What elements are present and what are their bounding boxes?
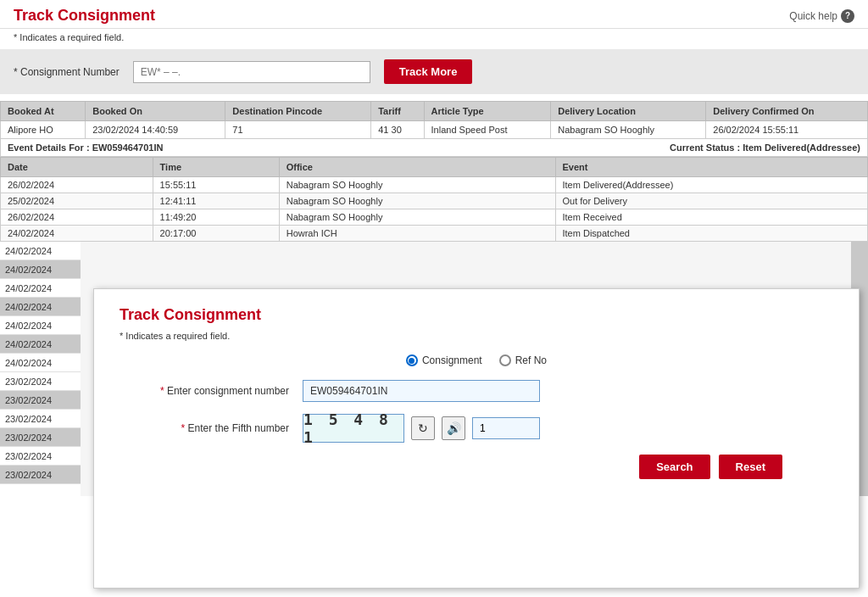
event-table-row: 26/02/202415:55:11Nabagram SO HooghlyIte…	[1, 177, 868, 193]
consignment-number-label: * Consignment Number	[14, 66, 120, 78]
table-cell: 71	[225, 121, 371, 139]
col-delivery-confirmed: Delivery Confirmed On	[706, 102, 868, 121]
date-item: 24/02/2024	[0, 354, 81, 372]
table-row: Alipore HO23/02/2024 14:40:597141 30Inla…	[1, 121, 868, 139]
date-item: 23/02/2024	[0, 428, 81, 447]
modal-required-note: * Indicates a required field.	[120, 331, 833, 341]
event-table-cell: 11:49:20	[153, 209, 279, 226]
event-col-event: Event	[555, 158, 868, 177]
search-bar: * Consignment Number Track More	[0, 49, 868, 94]
date-item: 23/02/2024	[0, 410, 81, 428]
date-item: 24/02/2024	[0, 298, 81, 316]
event-table-cell: 24/02/2024	[1, 226, 153, 242]
consignment-form-row: * Enter consignment number	[120, 380, 833, 402]
event-table-cell: 25/02/2024	[1, 193, 153, 209]
event-table-cell: Nabagram SO Hooghly	[279, 209, 555, 226]
event-table-cell: 12:41:11	[153, 193, 279, 209]
results-table: Booked At Booked On Destination Pincode …	[0, 101, 868, 139]
captcha-row: 1 5 4 8 1 ↻ 🔊	[303, 414, 540, 443]
col-article-type: Article Type	[424, 102, 551, 121]
date-item: 23/02/2024	[0, 391, 81, 410]
track-more-button[interactable]: Track More	[384, 59, 473, 84]
consignment-input[interactable]	[303, 380, 540, 402]
radio-consignment[interactable]: Consignment	[406, 354, 482, 366]
current-status-label: Current Status : Item Delivered(Addresse…	[670, 142, 860, 153]
event-details-label: Event Details For : EW059464701IN	[8, 142, 163, 153]
event-table-row: 24/02/202420:17:00Howrah ICHItem Dispatc…	[1, 226, 868, 242]
event-table-cell: Out for Delivery	[555, 193, 868, 209]
captcha-image: 1 5 4 8 1	[303, 414, 404, 443]
search-button[interactable]: Search	[639, 455, 709, 479]
event-table-cell: 26/02/2024	[1, 177, 153, 193]
event-table-cell: Item Delivered(Addressee)	[555, 177, 868, 193]
consignment-label: * Enter consignment number	[120, 385, 289, 397]
event-table-cell: Nabagram SO Hooghly	[279, 193, 555, 209]
refresh-captcha-icon[interactable]: ↻	[411, 416, 435, 440]
date-item: 23/02/2024	[0, 466, 81, 484]
col-tariff: Tariff	[371, 102, 424, 121]
table-cell: 23/02/2024 14:40:59	[86, 121, 225, 139]
date-item: 24/02/2024	[0, 279, 81, 298]
radio-consignment-dot[interactable]	[406, 354, 418, 366]
radio-refno[interactable]: Ref No	[499, 354, 547, 366]
modal-title: Track Consignment	[120, 306, 833, 324]
event-header: Event Details For : EW059464701IN Curren…	[0, 139, 868, 157]
page-title: Track Consignment	[14, 7, 155, 25]
table-cell: Alipore HO	[1, 121, 86, 139]
audio-captcha-icon[interactable]: 🔊	[442, 416, 465, 440]
radio-refno-dot[interactable]	[499, 354, 511, 366]
help-icon[interactable]: ?	[841, 9, 854, 23]
table-cell: Nabagram SO Hooghly	[551, 121, 706, 139]
event-col-time: Time	[153, 158, 279, 177]
event-table-cell: 20:17:00	[153, 226, 279, 242]
col-booked-at: Booked At	[1, 102, 86, 121]
event-table-row: 26/02/202411:49:20Nabagram SO HooghlyIte…	[1, 209, 868, 226]
event-table-cell: Nabagram SO Hooghly	[279, 177, 555, 193]
header: Track Consignment Quick help ?	[0, 0, 868, 29]
table-cell: 26/02/2024 15:55:11	[706, 121, 868, 139]
col-delivery-location: Delivery Location	[551, 102, 706, 121]
table-cell: 41 30	[371, 121, 424, 139]
fifth-number-label: * Enter the Fifth number	[120, 422, 289, 434]
radio-consignment-label: Consignment	[422, 354, 482, 366]
btn-row: Search Reset	[120, 455, 833, 479]
results-section: Booked At Booked On Destination Pincode …	[0, 101, 868, 242]
reset-button[interactable]: Reset	[719, 455, 782, 479]
event-table-cell: 15:55:11	[153, 177, 279, 193]
fifth-number-form-row: * Enter the Fifth number 1 5 4 8 1 ↻ 🔊	[120, 414, 833, 443]
table-cell: Inland Speed Post	[424, 121, 551, 139]
event-table-row: 25/02/202412:41:11Nabagram SO HooghlyOut…	[1, 193, 868, 209]
quick-help: Quick help ?	[789, 9, 854, 23]
event-table-cell: Item Dispatched	[555, 226, 868, 242]
date-item: 24/02/2024	[0, 335, 81, 354]
date-item: 23/02/2024	[0, 447, 81, 466]
date-item: 24/02/2024	[0, 260, 81, 279]
event-col-office: Office	[279, 158, 555, 177]
radio-row: Consignment Ref No	[120, 354, 833, 366]
modal-overlay: Track Consignment * Indicates a required…	[93, 288, 860, 589]
consignment-number-input[interactable]	[133, 61, 370, 83]
event-table-cell: 26/02/2024	[1, 209, 153, 226]
event-table-cell: Howrah ICH	[279, 226, 555, 242]
page-wrapper: Track Consignment Quick help ? * Indicat…	[0, 0, 868, 597]
required-note: * Indicates a required field.	[0, 29, 868, 49]
event-table: Date Time Office Event 26/02/202415:55:1…	[0, 157, 868, 242]
captcha-answer-input[interactable]	[472, 417, 540, 439]
date-item: 24/02/2024	[0, 316, 81, 335]
event-table-cell: Item Received	[555, 209, 868, 226]
event-col-date: Date	[1, 158, 153, 177]
date-item: 24/02/2024	[0, 242, 81, 260]
left-dates: 24/02/202424/02/202424/02/202424/02/2024…	[0, 242, 81, 496]
col-booked-on: Booked On	[86, 102, 225, 121]
quick-help-label: Quick help	[789, 10, 837, 22]
radio-refno-label: Ref No	[515, 354, 547, 366]
col-destination-pincode: Destination Pincode	[225, 102, 371, 121]
date-item: 23/02/2024	[0, 372, 81, 391]
